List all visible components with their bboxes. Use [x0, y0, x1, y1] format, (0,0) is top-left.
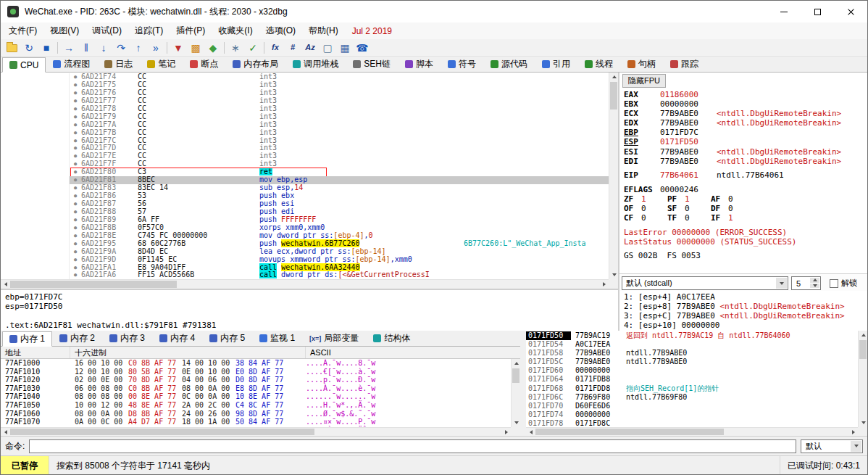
tab-memory-1[interactable]: 内存 1	[2, 331, 52, 347]
dump-row[interactable]: 77AF102002 00 0E 0070 8D AF 7704 00 06 0…	[1, 376, 511, 384]
register-row[interactable]: ZF1PF1AF0	[624, 194, 867, 204]
breakpoint-dot[interactable]: ●	[70, 129, 81, 137]
breakpoint-dot[interactable]: ●	[70, 81, 81, 89]
disasm-horizontal-scrollbar[interactable]	[1, 279, 609, 289]
scrollbar-thumb[interactable]	[512, 368, 519, 383]
dump-vertical-scrollbar[interactable]	[511, 359, 520, 427]
memory-grid-button[interactable]: ▦	[336, 40, 354, 56]
disasm-vertical-scrollbar[interactable]	[609, 73, 618, 279]
command-input[interactable]	[29, 439, 796, 453]
tab-cpu[interactable]: CPU	[2, 57, 46, 73]
breakpoint-dot[interactable]: ●	[70, 264, 81, 272]
tab-script[interactable]: 脚本	[398, 57, 441, 72]
breakpoint-dot[interactable]: ●	[70, 256, 81, 264]
hash-button[interactable]: #	[284, 40, 301, 56]
scroll-left-button[interactable]	[1, 280, 10, 289]
dump-horizontal-scrollbar[interactable]	[1, 427, 511, 436]
scroll-right-button[interactable]	[848, 428, 858, 436]
disasm-row[interactable]: ●6AD21F7ACCint3	[1, 121, 609, 129]
breakpoint-dot[interactable]: ●	[70, 137, 81, 145]
argument-count-stepper[interactable]: 5	[791, 276, 821, 290]
scrollbar-thumb[interactable]	[10, 281, 177, 288]
menu-options[interactable]: 选项(O)	[259, 22, 302, 39]
tab-watch-1[interactable]: 监视 1	[252, 331, 302, 346]
argument-row[interactable]: 4: [esp+10] 00000000	[624, 321, 867, 330]
run-button[interactable]: →	[60, 40, 78, 56]
tab-call-stack[interactable]: 调用堆栈	[285, 57, 346, 72]
open-file-button[interactable]	[3, 40, 20, 56]
stack-row[interactable]: 0171FD6000000000	[526, 366, 858, 375]
register-row[interactable]: EDX77B9ABE0<ntdll.DbgUiRemoteBreakin>	[624, 118, 867, 128]
register-row[interactable]: CF0TF0IF1	[624, 213, 867, 223]
tab-trace[interactable]: 跟踪	[663, 57, 706, 72]
tab-memory-2[interactable]: 内存 2	[52, 331, 102, 346]
disasm-row[interactable]: ●6AD21FA6FF15 ACD5566Bcall dword ptr ds:…	[1, 271, 609, 279]
scroll-down-button[interactable]	[859, 418, 868, 427]
scroll-up-button[interactable]	[859, 331, 868, 339]
menu-help[interactable]: 帮助(H)	[302, 22, 345, 39]
calling-convention-select[interactable]: 默认 (stdcall)	[622, 276, 788, 290]
dump-row[interactable]: 77AF105010 00 12 0048 8E AF 772A 00 2C 0…	[1, 401, 511, 410]
stack-row[interactable]: 0171FD680171FDD8指向SEH_Record[1]的指针	[526, 384, 858, 393]
breakpoint-dot[interactable]: ●	[70, 200, 81, 208]
chevron-down-icon[interactable]	[776, 278, 787, 289]
restart-button[interactable]: ↻	[20, 40, 38, 56]
run-to-user-code-button[interactable]: »	[147, 40, 164, 56]
assembler-button[interactable]: Az	[301, 40, 319, 56]
breakpoint-dot[interactable]: ●	[70, 248, 81, 256]
unlock-checkbox[interactable]	[830, 279, 838, 288]
pause-button[interactable]: ‖	[78, 40, 95, 56]
breakpoint-dot[interactable]: ●	[70, 216, 81, 224]
stack-row[interactable]: 0171FD7400000000	[526, 410, 858, 419]
patches-button[interactable]: ▩	[187, 40, 204, 56]
breakpoint-dot[interactable]: ●	[70, 271, 81, 279]
dump-row[interactable]: 77AF100016 00 10 00C0 8B AF 7714 00 10 0…	[1, 359, 511, 368]
register-row[interactable]: EBP0171FD7C	[624, 128, 867, 137]
scrollbar-thumb[interactable]	[535, 429, 724, 435]
stack-row[interactable]: 0171FD5877B9ABE0ntdll.77B9ABE0	[526, 349, 858, 358]
stack-row[interactable]: 0171FD70D60FE6D6	[526, 402, 858, 410]
dump-row[interactable]: 77AF104008 00 08 0000 8E AF 770C 00 0A 0…	[1, 392, 511, 401]
tab-memory-4[interactable]: 内存 4	[152, 331, 202, 346]
register-row[interactable]: ESI77B9ABE0<ntdll.DbgUiRemoteBreakin>	[624, 147, 867, 157]
register-row[interactable]: EIP77B64061ntdll.77B64061	[624, 170, 867, 180]
trace-record-button[interactable]: ▼	[170, 40, 187, 56]
breakpoint-dot[interactable]: ●	[70, 184, 81, 192]
tab-memory-3[interactable]: 内存 3	[102, 331, 152, 346]
disasm-row[interactable]: ●6AD21F7BCCint3	[1, 129, 609, 137]
scroll-left-button[interactable]	[1, 428, 10, 436]
tab-references[interactable]: 引用	[535, 57, 577, 72]
breakpoint-dot[interactable]: ●	[70, 192, 81, 200]
menu-file[interactable]: 文件(F)	[2, 22, 43, 39]
tab-struct[interactable]: 结构体	[366, 331, 417, 346]
maximize-button[interactable]	[801, 1, 834, 22]
breakpoint-dot[interactable]: ●	[70, 97, 81, 105]
minimize-button[interactable]	[767, 1, 801, 22]
tab-source[interactable]: 源代码	[483, 57, 535, 72]
disasm-row[interactable]: ●6AD21F79CCint3	[1, 113, 609, 121]
stack-row[interactable]: 0171FD5077B9AC19返回到 ntdll.77B9AC19 自 ntd…	[526, 331, 858, 340]
step-over-button[interactable]: ↷	[112, 40, 130, 56]
scrollbar-thumb[interactable]	[10, 429, 314, 435]
breakpoint-dot[interactable]: ●	[70, 232, 81, 240]
breakpoint-dot[interactable]: ●	[70, 168, 81, 176]
stepper-up-icon[interactable]	[810, 278, 819, 283]
scrollbar-thumb[interactable]	[859, 340, 867, 359]
breakpoint-dot[interactable]: ●	[70, 89, 81, 97]
close-button[interactable]	[834, 1, 867, 22]
menu-view[interactable]: 视图(V)	[43, 22, 85, 39]
window-button[interactable]: ▢	[319, 40, 336, 56]
execute-till-return-button[interactable]: ↑	[130, 40, 147, 56]
stack-row[interactable]: 0171FD5C77B9ABE0ntdll.77B9ABE0	[526, 358, 858, 366]
register-row[interactable]: ECX77B9ABE0<ntdll.DbgUiRemoteBreakin>	[624, 109, 867, 118]
menu-plugins[interactable]: 插件(P)	[170, 22, 212, 39]
disasm-row[interactable]: ●6AD21F9D0F1145 ECmovups xmmword ptr ss:…	[1, 256, 609, 264]
stack-row[interactable]: 0171FD54A0C17EEA	[526, 340, 858, 349]
dump-row[interactable]: 77AF10700A 00 0C 00A4 D7 AF 7718 00 1A 0…	[1, 418, 511, 426]
breakpoint-dot[interactable]: ●	[70, 224, 81, 232]
tab-locals[interactable]: [x=]局部变量	[302, 331, 366, 346]
breakpoint-dot[interactable]: ●	[70, 160, 81, 168]
register-row[interactable]: EFLAGS00000246	[624, 185, 867, 194]
breakpoint-dot[interactable]: ●	[70, 208, 81, 216]
menu-favourites[interactable]: 收藏夹(I)	[212, 22, 259, 39]
